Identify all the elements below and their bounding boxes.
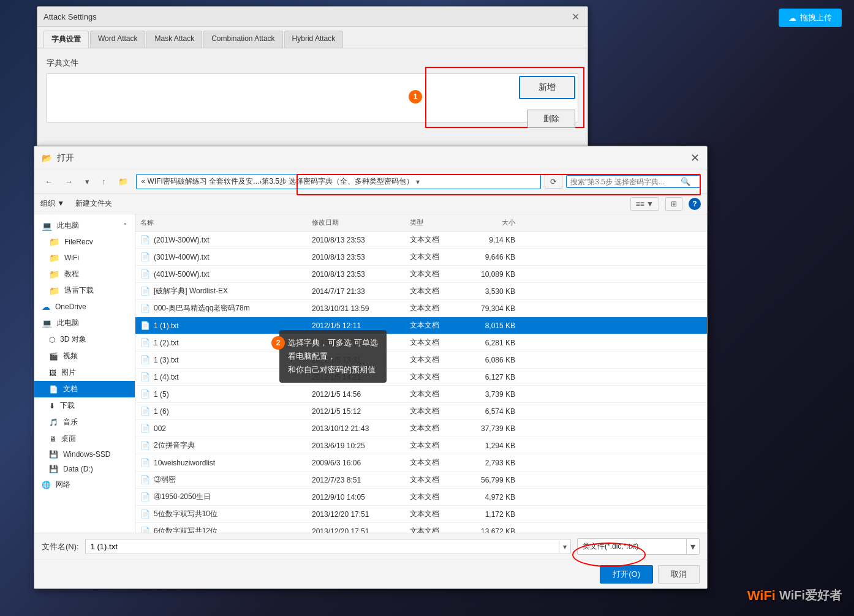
sidebar-item-desktop[interactable]: 🖥 桌面 <box>34 430 135 447</box>
image-icon: 🖼 <box>49 369 56 377</box>
filetype-dropdown-icon[interactable]: ▾ <box>686 539 699 554</box>
address-chevron-icon[interactable]: ▾ <box>414 178 422 186</box>
table-row[interactable]: 📄 [破解字典] Wordlist-EX 2014/7/17 21:33 文本文… <box>135 283 707 300</box>
sidebar-item-filerecv[interactable]: 📁 FileRecv <box>34 234 135 250</box>
table-row[interactable]: 📄 (401W-500W).txt 2010/8/13 23:53 文本文档 1… <box>135 266 707 283</box>
sidebar-label-data-d: Data (D:) <box>63 465 93 473</box>
file-date: 2014/7/17 21:33 <box>307 286 405 297</box>
help-button[interactable]: ? <box>689 198 701 210</box>
sidebar-item-data-d[interactable]: 💾 Data (D:) <box>34 462 135 476</box>
attack-settings-close-button[interactable]: ✕ <box>569 10 581 23</box>
tab-hybrid-attack[interactable]: Hybrid Attack <box>284 31 344 48</box>
open-button[interactable]: 打开(O) <box>600 565 653 584</box>
file-size: 1,294 KB <box>466 440 527 451</box>
open-file-dialog: 📂 打开 ✕ ← → ▾ ↑ 📁 « WIFI密码破解练习 全套软件及安... … <box>34 146 708 589</box>
sidebar-item-image[interactable]: 🖼 图片 <box>34 364 135 381</box>
folder-icon-xunlei: 📁 <box>49 286 59 296</box>
file-icon: 📄 <box>140 235 150 244</box>
forward-button[interactable]: → <box>61 175 77 189</box>
table-row[interactable]: 📄 1 (1).txt 2012/1/5 12:11 文本文档 8,015 KB <box>135 317 707 334</box>
file-size: 13,672 KB <box>466 526 527 533</box>
file-type: 文本文档 <box>405 508 466 520</box>
filename-input[interactable] <box>86 539 559 554</box>
view-button-2[interactable]: ⊞ <box>665 197 682 211</box>
folder-open-icon: 📂 <box>42 153 52 163</box>
table-row[interactable]: 📄 5位数字双写共10位 2013/12/20 17:51 文本文档 1,172… <box>135 506 707 523</box>
col-type[interactable]: 类型 <box>405 217 466 228</box>
open-dialog-close-button[interactable]: ✕ <box>690 151 700 165</box>
sidebar-item-music[interactable]: 🎵 音乐 <box>34 414 135 430</box>
bottom-actions: 打开(O) 取消 <box>34 560 707 588</box>
search-input[interactable] <box>570 178 681 186</box>
file-type: 文本文档 <box>405 302 466 315</box>
col-date[interactable]: 修改日期 <box>307 217 405 228</box>
table-row[interactable]: 📄 (201W-300W).txt 2010/8/13 23:53 文本文档 9… <box>135 231 707 249</box>
table-row[interactable]: 📄 002 2013/10/12 21:43 文本文档 37,739 KB <box>135 420 707 437</box>
sidebar-item-3d[interactable]: ⬡ 3D 对象 <box>34 331 135 348</box>
sidebar-label-network: 网络 <box>56 479 70 490</box>
cancel-button[interactable]: 取消 <box>658 565 700 584</box>
new-folder-button[interactable]: 新建文件夹 <box>70 197 117 211</box>
tab-word-attack[interactable]: Word Attack <box>90 31 145 48</box>
sidebar-item-downloads[interactable]: ⬇ 下载 <box>34 397 135 414</box>
sidebar-item-this-pc[interactable]: 💻 此电脑 <box>34 315 135 331</box>
table-row[interactable]: 📄 (301W-400W).txt 2010/8/13 23:53 文本文档 9… <box>135 249 707 266</box>
expand-icon: ⌃ <box>123 222 127 229</box>
nav-dropdown-button[interactable]: ▾ <box>81 175 94 189</box>
sidebar-item-wifi[interactable]: 📁 WiFi <box>34 250 135 266</box>
table-row[interactable]: 📄 1 (5) 2012/1/5 14:56 文本文档 3,739 KB <box>135 386 707 403</box>
sidebar-item-onedrive[interactable]: ☁ OneDrive <box>34 299 135 315</box>
address-path-current: 第3.5步 选择密码字典（全、多种类型密码包） <box>262 176 414 187</box>
sidebar-item-this-pc-top[interactable]: 💻 此电脑 ⌃ <box>34 217 135 234</box>
file-icon: 📄 <box>140 492 150 501</box>
attack-settings-title: Attack Settings <box>43 12 97 21</box>
sidebar-item-jiaocheng[interactable]: 📁 教程 <box>34 266 135 282</box>
table-row[interactable]: 📄 000-奥巴马精选qq老密码78m 2013/10/31 13:59 文本文… <box>135 300 707 317</box>
table-row[interactable]: 📄 1 (4).txt 2012/1/5 14:21 文本文档 6,127 KB <box>135 369 707 386</box>
tab-combination-attack[interactable]: Combination Attack <box>203 31 282 48</box>
folder-nav-button[interactable]: 📁 <box>114 175 132 189</box>
sidebar-item-windows-ssd[interactable]: 💾 Windows-SSD <box>34 447 135 462</box>
filename-dropdown-icon[interactable]: ▾ <box>559 541 570 553</box>
view-button[interactable]: ≡≡ ▼ <box>630 197 659 211</box>
sidebar-item-video[interactable]: 🎬 视频 <box>34 348 135 364</box>
music-icon: 🎵 <box>49 418 58 427</box>
sidebar-item-network[interactable]: 🌐 网络 <box>34 476 135 493</box>
filetype-select: 类文件(*.dic,*.txt) ▾ <box>577 538 700 555</box>
tab-dict[interactable]: 字典设置 <box>43 31 89 48</box>
sidebar-item-xunlei[interactable]: 📁 迅雷下载 <box>34 282 135 299</box>
file-icon: 📄 <box>140 424 150 433</box>
table-row[interactable]: 📄 10weishuziwordlist 2009/6/3 16:06 文本文档… <box>135 454 707 471</box>
back-button[interactable]: ← <box>40 175 57 189</box>
organize-button[interactable]: 组织 ▼ <box>40 198 64 209</box>
table-row[interactable]: 📄 1 (2).txt 2012/1/5 12:13 文本文档 6,281 KB <box>135 334 707 351</box>
folder-icon-jiaocheng: 📁 <box>49 269 59 279</box>
table-row[interactable]: 📄 6位数字双写共12位 2013/12/20 17:51 文本文档 13,67… <box>135 523 707 533</box>
sidebar-label-wifi: WiFi <box>64 254 79 262</box>
file-date: 2012/1/5 12:11 <box>307 320 405 331</box>
tab-mask-attack[interactable]: Mask Attack <box>146 31 202 48</box>
cloud-upload-button[interactable]: ☁ 拖拽上传 <box>779 9 842 27</box>
table-row[interactable]: 📄 2位拼音字典 2013/6/19 10:25 文本文档 1,294 KB <box>135 437 707 454</box>
doc-icon: 📄 <box>49 385 58 394</box>
address-path[interactable]: « WIFI密码破解练习 全套软件及安... › 第3.5步 选择密码字典（全、… <box>136 174 542 189</box>
file-size: 6,127 KB <box>466 372 527 383</box>
file-name: ③弱密 <box>154 475 176 485</box>
table-row[interactable]: 📄 1 (6) 2012/1/5 15:12 文本文档 6,574 KB <box>135 403 707 420</box>
table-row[interactable]: 📄 ④1950-2050生日 2012/9/10 14:05 文本文档 4,97… <box>135 489 707 506</box>
shanchu-button[interactable]: 删除 <box>527 110 575 128</box>
file-size: 10,089 KB <box>466 269 527 280</box>
table-row[interactable]: 📄 1 (3).txt 2012/1/5 13:31 文本文档 6,086 KB <box>135 351 707 369</box>
dict-file-label: 字典文件 <box>47 58 578 69</box>
table-row[interactable]: 📄 ③弱密 2012/7/23 8:51 文本文档 56,799 KB <box>135 471 707 489</box>
folder-icon-filerecv: 📁 <box>49 237 59 247</box>
video-icon: 🎬 <box>49 352 58 361</box>
col-name[interactable]: 名称 <box>135 217 307 228</box>
sidebar-item-docs[interactable]: 📄 文档 <box>34 381 135 397</box>
col-size[interactable]: 大小 <box>466 217 527 228</box>
file-name: 1 (4).txt <box>154 373 179 381</box>
up-button[interactable]: ↑ <box>97 175 110 189</box>
refresh-button[interactable]: ⟳ <box>545 175 562 189</box>
file-name: 002 <box>154 424 166 433</box>
xinzeng-button[interactable]: 新增 <box>519 76 575 99</box>
